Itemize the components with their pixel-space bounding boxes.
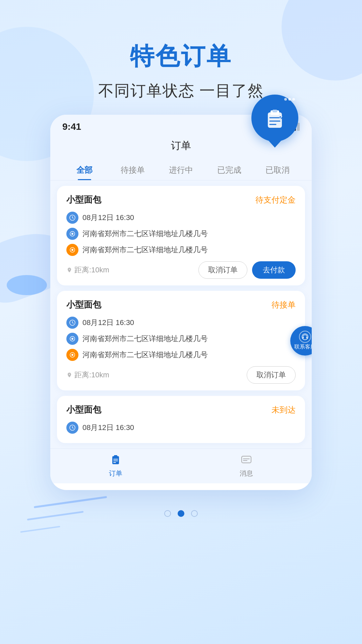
messages-nav-icon xyxy=(239,453,254,468)
nav-label-messages: 消息 xyxy=(240,469,253,478)
order-card-3-header: 小型面包 未到达 xyxy=(66,404,296,416)
order-1-date: 08月12日 16:30 xyxy=(82,213,134,223)
order-card-2-header: 小型面包 待接单 xyxy=(66,299,296,311)
indicator-dot-3[interactable] xyxy=(191,510,198,517)
order-3-date-row: 08月12日 16:30 xyxy=(66,422,296,434)
svg-rect-26 xyxy=(242,456,251,463)
start-location-icon xyxy=(66,228,78,240)
tab-all[interactable]: 全部 xyxy=(60,159,109,180)
svg-point-11 xyxy=(71,249,73,251)
indicator-dot-1[interactable] xyxy=(164,510,171,517)
order-1-type: 小型面包 xyxy=(66,194,101,206)
order-card-2-wrapper: 小型面包 待接单 08月12日 16:30 河南省郑州市二七区详细地址几楼几 xyxy=(57,291,305,390)
order-2-distance: 距离:10km xyxy=(66,370,109,380)
time-icon-2 xyxy=(66,317,78,329)
nav-item-messages[interactable]: 消息 xyxy=(239,453,254,478)
svg-rect-18 xyxy=(303,337,304,338)
svg-rect-22 xyxy=(114,455,117,457)
end-location-icon xyxy=(66,244,78,256)
order-2-footer: 距离:10km 取消订单 xyxy=(66,366,296,384)
order-3-type: 小型面包 xyxy=(66,404,101,416)
svg-point-9 xyxy=(71,233,73,235)
order-1-pay-btn[interactable]: 去付款 xyxy=(252,261,296,279)
tab-in-progress[interactable]: 进行中 xyxy=(157,159,205,180)
order-1-cancel-btn[interactable]: 取消订单 xyxy=(198,261,247,279)
svg-rect-19 xyxy=(306,337,307,338)
order-1-date-row: 08月12日 16:30 xyxy=(66,212,296,224)
location-pin-icon xyxy=(66,267,72,273)
tab-completed[interactable]: 已完成 xyxy=(205,159,253,180)
message-nav-icon xyxy=(240,454,252,466)
mascot-bubble xyxy=(251,95,305,148)
svg-rect-2 xyxy=(273,110,277,112)
order-3-status: 未到达 xyxy=(272,405,296,415)
svg-point-16 xyxy=(71,354,73,356)
order-card-2: 小型面包 待接单 08月12日 16:30 河南省郑州市二七区详细地址几楼几 xyxy=(57,291,305,390)
main-title: 特色订单 xyxy=(0,40,362,72)
order-2-start-row: 河南省郑州市二七区详细地址几楼几号 xyxy=(66,333,296,345)
bubble-dot xyxy=(292,98,295,101)
order-1-distance: 距离:10km xyxy=(66,265,109,275)
order-3-date: 08月12日 16:30 xyxy=(82,423,134,433)
orders-nav-icon xyxy=(108,453,123,468)
order-2-start: 河南省郑州市二七区详细地址几楼几号 xyxy=(82,334,208,344)
order-1-start-row: 河南省郑州市二七区详细地址几楼几号 xyxy=(66,228,296,240)
svg-point-14 xyxy=(71,338,73,340)
order-card-1-header: 小型面包 待支付定金 xyxy=(66,194,296,206)
cs-icon xyxy=(299,331,311,343)
order-2-date-row: 08月12日 16:30 xyxy=(66,317,296,329)
order-2-status: 待接单 xyxy=(272,300,296,310)
sub-title: 不同订单状态 一目了然 xyxy=(0,80,362,101)
status-time: 9:41 xyxy=(62,121,81,132)
bg-decoration-line3 xyxy=(20,526,60,533)
bg-decoration-line1 xyxy=(34,496,107,508)
end-location-icon-2 xyxy=(66,349,78,361)
start-location-icon-2 xyxy=(66,333,78,345)
nav-label-orders: 订单 xyxy=(109,469,122,478)
cs-label: 联系客服 xyxy=(294,343,312,351)
time-icon xyxy=(66,212,78,224)
location-pin-icon-2 xyxy=(66,372,72,378)
phone-mockup-wrapper: 9:41 订单 全部 待接单 进行中 已完成 已取消 xyxy=(50,115,312,490)
svg-rect-24 xyxy=(113,461,118,461)
order-1-footer: 距离:10km 取消订单 去付款 xyxy=(66,261,296,279)
bubble-dot xyxy=(284,98,287,101)
order-card-1: 小型面包 待支付定金 08月12日 16:30 河南省郑州市二七区详细地址几楼几… xyxy=(57,186,305,285)
svg-rect-23 xyxy=(113,459,118,460)
tabs-bar: 全部 待接单 进行中 已完成 已取消 xyxy=(50,159,312,180)
time-icon-3 xyxy=(66,422,78,434)
order-1-btn-group: 取消订单 去付款 xyxy=(198,261,296,279)
svg-rect-25 xyxy=(113,462,116,463)
tab-cancelled[interactable]: 已取消 xyxy=(253,159,302,180)
svg-rect-21 xyxy=(112,456,119,464)
tab-pending-accept[interactable]: 待接单 xyxy=(109,159,157,180)
order-2-type: 小型面包 xyxy=(66,299,101,311)
header-section: 特色订单 不同订单状态 一目了然 xyxy=(0,0,362,115)
order-1-status: 待支付定金 xyxy=(255,195,296,205)
order-2-btn-group: 取消订单 xyxy=(247,366,296,384)
indicator-dot-2[interactable] xyxy=(178,510,184,517)
order-1-start: 河南省郑州市二七区详细地址几楼几号 xyxy=(82,229,208,239)
order-card-3: 小型面包 未到达 08月12日 16:30 xyxy=(57,396,305,443)
nav-item-orders[interactable]: 订单 xyxy=(108,453,123,478)
order-2-end-row: 河南省郑州市二七区详细地址几楼几号 xyxy=(66,349,296,361)
clipboard-nav-icon xyxy=(110,454,122,466)
order-list: 小型面包 待支付定金 08月12日 16:30 河南省郑州市二七区详细地址几楼几… xyxy=(50,180,312,448)
order-2-date: 08月12日 16:30 xyxy=(82,318,134,328)
bubble-dot xyxy=(288,98,291,101)
headset-icon xyxy=(301,333,309,340)
order-1-end-row: 河南省郑州市二七区详细地址几楼几号 xyxy=(66,244,296,256)
bg-decoration-oval xyxy=(7,275,47,295)
order-2-end: 河南省郑州市二七区详细地址几楼几号 xyxy=(82,350,208,360)
order-1-end: 河南省郑州市二七区详细地址几楼几号 xyxy=(82,245,208,255)
order-2-cancel-btn[interactable]: 取消订单 xyxy=(247,366,296,384)
bottom-nav: 订单 消息 xyxy=(50,448,312,483)
clipboard-icon xyxy=(263,106,287,130)
phone-mockup: 9:41 订单 全部 待接单 进行中 已完成 已取消 xyxy=(50,115,312,490)
